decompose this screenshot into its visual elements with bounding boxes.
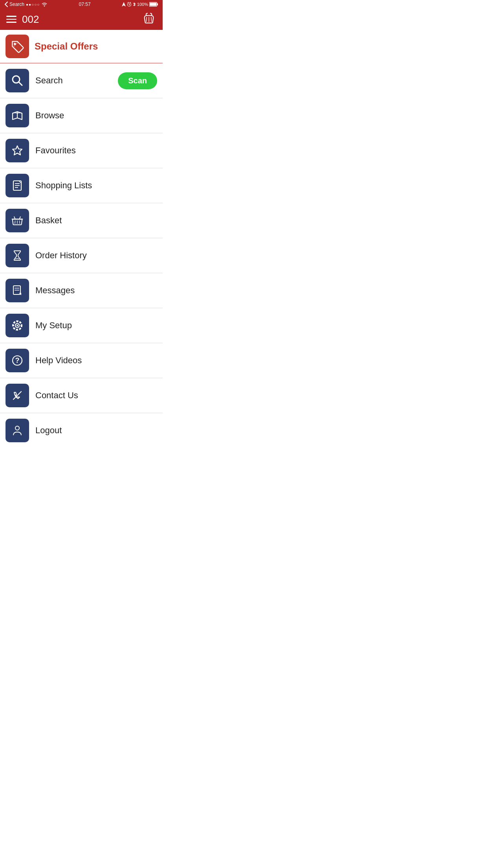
menu-item-help-videos[interactable]: ? Help Videos bbox=[0, 343, 163, 378]
status-bar: Search ●●○○○ 07:57 100% bbox=[0, 0, 163, 9]
special-offers-row[interactable]: Special Offers bbox=[0, 30, 163, 63]
back-arrow-icon[interactable] bbox=[5, 2, 8, 7]
menu-item-contact-us[interactable]: Contact Us bbox=[0, 378, 163, 413]
svg-line-24 bbox=[19, 221, 20, 224]
my-setup-icon-box bbox=[6, 314, 29, 337]
menu-item-logout-partial[interactable]: Logout bbox=[0, 413, 163, 448]
nav-title: 002 bbox=[22, 13, 39, 26]
messages-icon bbox=[11, 284, 24, 297]
special-offers-label: Special Offers bbox=[35, 41, 98, 52]
status-time: 07:57 bbox=[79, 2, 91, 7]
svg-point-37 bbox=[15, 426, 19, 430]
battery-pct: 100% bbox=[137, 2, 148, 7]
basket-icon-box bbox=[6, 209, 29, 232]
search-icon bbox=[11, 74, 24, 87]
shopping-lists-icon-box bbox=[6, 174, 29, 197]
cart-icon bbox=[141, 12, 156, 27]
back-label[interactable]: Search bbox=[9, 2, 24, 7]
my-setup-label: My Setup bbox=[35, 320, 157, 331]
logout-label: Logout bbox=[35, 425, 62, 436]
svg-marker-1 bbox=[122, 2, 126, 7]
logout-icon-box bbox=[6, 419, 29, 442]
alarm-icon bbox=[127, 2, 132, 7]
special-offers-icon-box bbox=[6, 35, 29, 58]
browse-icon bbox=[11, 109, 24, 122]
svg-line-12 bbox=[151, 17, 152, 22]
nav-bar: 002 bbox=[0, 9, 163, 30]
scan-button[interactable]: Scan bbox=[118, 72, 157, 89]
menu-list: Search Scan Browse Favourites bbox=[0, 63, 163, 413]
location-icon bbox=[122, 2, 126, 7]
favourites-icon-box bbox=[6, 139, 29, 162]
logout-icon bbox=[11, 424, 24, 437]
menu-item-my-setup[interactable]: My Setup bbox=[0, 308, 163, 343]
svg-point-0 bbox=[44, 6, 45, 6]
help-videos-icon-box: ? bbox=[6, 349, 29, 372]
basket-label: Basket bbox=[35, 215, 157, 226]
wifi-icon bbox=[41, 2, 48, 7]
menu-item-order-history[interactable]: Order History bbox=[0, 238, 163, 273]
signal-dots: ●●○○○ bbox=[26, 2, 40, 7]
svg-point-13 bbox=[14, 43, 16, 45]
svg-point-33 bbox=[17, 325, 18, 326]
contact-us-label: Contact Us bbox=[35, 390, 157, 401]
svg-line-23 bbox=[15, 221, 15, 224]
svg-line-15 bbox=[19, 82, 22, 85]
battery-icon bbox=[149, 2, 158, 7]
svg-line-11 bbox=[146, 17, 147, 22]
menu-item-search[interactable]: Search Scan bbox=[0, 63, 163, 98]
search-icon-box bbox=[6, 69, 29, 92]
status-left: Search ●●○○○ bbox=[5, 2, 48, 7]
order-history-icon-box bbox=[6, 244, 29, 267]
svg-marker-17 bbox=[13, 146, 22, 155]
order-history-icon bbox=[11, 249, 24, 262]
favourites-label: Favourites bbox=[35, 145, 157, 156]
help-videos-icon: ? bbox=[11, 354, 24, 367]
svg-rect-8 bbox=[157, 3, 158, 5]
menu-item-basket[interactable]: Basket bbox=[0, 203, 163, 238]
price-tag-icon bbox=[10, 39, 24, 53]
cart-button[interactable] bbox=[141, 12, 156, 27]
svg-line-5 bbox=[128, 2, 128, 3]
svg-line-4 bbox=[129, 5, 130, 6]
browse-label: Browse bbox=[35, 110, 157, 121]
my-setup-icon bbox=[11, 319, 24, 332]
contact-us-icon-box bbox=[6, 384, 29, 407]
search-label: Search bbox=[35, 75, 118, 86]
basket-icon bbox=[11, 214, 24, 227]
bluetooth-icon bbox=[133, 2, 136, 7]
browse-icon-box bbox=[6, 104, 29, 127]
menu-item-shopping-lists[interactable]: Shopping Lists bbox=[0, 168, 163, 203]
menu-item-messages[interactable]: Messages bbox=[0, 273, 163, 308]
svg-rect-9 bbox=[150, 3, 156, 6]
shopping-lists-label: Shopping Lists bbox=[35, 180, 157, 191]
messages-label: Messages bbox=[35, 285, 157, 296]
contact-us-icon bbox=[11, 389, 24, 402]
status-right: 100% bbox=[122, 2, 158, 7]
help-videos-label: Help Videos bbox=[35, 355, 157, 366]
svg-text:?: ? bbox=[15, 357, 20, 364]
favourites-icon bbox=[11, 144, 24, 157]
menu-item-browse[interactable]: Browse bbox=[0, 98, 163, 133]
svg-line-6 bbox=[130, 2, 131, 3]
shopping-lists-icon bbox=[11, 179, 24, 192]
menu-item-favourites[interactable]: Favourites bbox=[0, 133, 163, 168]
nav-left: 002 bbox=[6, 13, 39, 26]
order-history-label: Order History bbox=[35, 250, 157, 261]
hamburger-menu[interactable] bbox=[6, 16, 17, 23]
messages-icon-box bbox=[6, 279, 29, 302]
